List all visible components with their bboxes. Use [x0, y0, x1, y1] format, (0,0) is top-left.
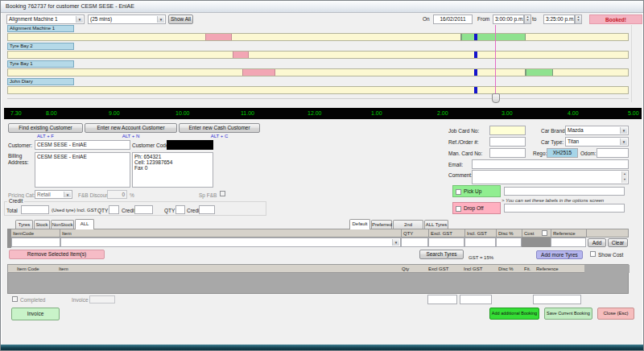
email-input[interactable]	[472, 159, 629, 169]
show-cost-checkbox[interactable]	[590, 251, 596, 257]
from-time-input[interactable]: 3:00:00 p.m.	[493, 14, 524, 24]
time-slider-thumb[interactable]	[492, 93, 500, 103]
booked-block[interactable]	[233, 52, 249, 58]
resource-label[interactable]: John Diary	[7, 78, 74, 85]
customer-code-box[interactable]	[167, 140, 213, 150]
dropdown-arrow-icon[interactable]: ▼	[157, 16, 164, 23]
options-note: > You can set these labels in the option…	[502, 198, 604, 203]
dropdown-arrow-icon[interactable]: ▼	[76, 16, 83, 23]
completed-checkbox[interactable]	[12, 296, 18, 302]
booked-block[interactable]	[242, 69, 275, 76]
total-excl-gst-field[interactable]	[427, 295, 457, 304]
scroll-down-icon[interactable]: ▼	[622, 177, 627, 183]
customer-name-input[interactable]: CESM SESE - EniAE	[35, 140, 130, 150]
remove-selected-items-button[interactable]: Remove Selected Item(s)	[9, 250, 105, 259]
entry-item-combo[interactable]: ▼	[60, 237, 401, 247]
tab-default[interactable]: Default	[349, 219, 370, 229]
invoice-button[interactable]: Invoice	[11, 308, 60, 320]
ruler-tick-label: 11.00	[241, 110, 254, 116]
pricing-cat-label: Pricing Cat:	[8, 192, 35, 198]
to-time-input[interactable]: 3:25:00 p.m.	[543, 14, 575, 24]
odom-input[interactable]	[597, 148, 629, 158]
schedule-track[interactable]	[7, 86, 629, 94]
total-input[interactable]	[21, 205, 49, 214]
pickup-input[interactable]	[504, 187, 625, 196]
schedule-track[interactable]	[7, 51, 629, 59]
dropdown-arrow-icon[interactable]: ▼	[392, 239, 399, 246]
add-button[interactable]: Add	[588, 238, 606, 247]
dropdown-arrow-icon[interactable]: ▼	[620, 138, 627, 145]
entry-reference-input[interactable]	[551, 237, 586, 247]
car-brand-select[interactable]: Mazda ▼	[565, 126, 629, 135]
ref-order-input[interactable]	[489, 137, 526, 147]
billing-address-textarea[interactable]: CESM SESE - EniAE	[35, 152, 130, 188]
schedule-track[interactable]	[7, 68, 629, 76]
dropoff-label: Drop Off	[464, 205, 483, 211]
close-button[interactable]: Close (Esc)	[597, 308, 634, 320]
pricing-cat-select[interactable]: Retail ▼	[35, 190, 72, 199]
show-all-button[interactable]: Show All	[168, 14, 193, 24]
enter-new-cash-customer-button[interactable]: Enter new Cash Customer	[179, 123, 260, 133]
credit-input[interactable]	[134, 205, 153, 214]
date-input[interactable]: 16/02/2011	[433, 14, 473, 24]
add-more-tyres-button[interactable]: Add more Tyres	[536, 250, 583, 259]
resource-label[interactable]: Alignment Machine 1	[7, 25, 74, 32]
booked-block[interactable]	[205, 34, 232, 40]
interval-select[interactable]: (25 mins) ▼	[88, 14, 166, 24]
scroll-up-icon[interactable]: ▲	[622, 171, 627, 177]
selected-booking-block[interactable]	[460, 34, 526, 40]
credit-group-label: Credit	[7, 198, 24, 204]
entry-disc-input[interactable]	[496, 237, 522, 247]
job-card-input[interactable]	[489, 126, 526, 135]
man-card-input[interactable]	[489, 148, 526, 158]
spinner-down-icon[interactable]: ▼	[577, 19, 580, 22]
resource-label[interactable]: Tyre Bay 1	[7, 60, 74, 68]
car-type-select[interactable]: Titan ▼	[565, 137, 629, 147]
pickup-option[interactable]: Pick Up	[452, 185, 501, 197]
pickup-checkbox[interactable]	[456, 189, 461, 195]
rego-input[interactable]: XH2515	[547, 148, 578, 158]
time-marker	[474, 87, 477, 93]
pricing-cat-value: Retail	[37, 192, 51, 197]
selected-booking-block[interactable]	[525, 69, 553, 76]
grid-header: Item Code Item Qty Excl GST Incl GST Dis…	[7, 264, 629, 273]
booked-status-badge: Booked!	[589, 14, 642, 24]
find-existing-customer-button[interactable]: Find existing Customer	[8, 123, 83, 133]
tab-all[interactable]: ALL	[75, 219, 94, 229]
dropoff-option[interactable]: Drop Off	[452, 202, 501, 214]
dropdown-arrow-icon[interactable]: ▼	[64, 192, 71, 197]
clear-button[interactable]: Clear	[608, 238, 628, 247]
add-additional-booking-button[interactable]: Add additional Booking	[489, 308, 539, 320]
customer-phone-box[interactable]: Ph: 654321 Cell: 123987654 Fax 0	[132, 152, 213, 188]
comment-textarea[interactable]: ▲ ▼	[472, 170, 629, 184]
qty2-input[interactable]	[175, 205, 185, 214]
entry-incl-gst-input[interactable]	[464, 237, 496, 247]
dropdown-arrow-icon[interactable]: ▼	[620, 127, 627, 134]
dropoff-checkbox[interactable]	[456, 206, 461, 212]
to-time-spinner[interactable]: ▲ ▼	[575, 14, 582, 24]
footer-reference-field[interactable]	[533, 295, 581, 304]
from-time-spinner[interactable]: ▲ ▼	[524, 14, 531, 24]
machine-select[interactable]: Alignment Machine 1 ▼	[6, 14, 85, 24]
grid-body[interactable]	[7, 273, 629, 294]
schedule-track[interactable]	[7, 33, 629, 41]
entry-itemcode-input[interactable]	[11, 237, 60, 247]
credit2-input[interactable]	[199, 205, 215, 214]
customer-label: Customer:	[8, 142, 32, 148]
sp-fb-checkbox[interactable]	[220, 191, 225, 196]
entry-qty-input[interactable]	[401, 237, 428, 247]
dropoff-input[interactable]	[504, 204, 625, 213]
resource-label[interactable]: Tyre Bay 2	[7, 43, 74, 50]
enter-new-account-customer-button[interactable]: Enter new Account Customer	[85, 123, 177, 133]
save-current-booking-button[interactable]: Save Current Booking	[544, 308, 592, 320]
cost-header-checkbox[interactable]	[542, 230, 547, 236]
odom-label: Odom:	[580, 151, 597, 156]
col-reference: Reference	[553, 231, 576, 236]
search-tyres-button[interactable]: Search Tyres	[419, 250, 464, 259]
spinner-down-icon[interactable]: ▼	[526, 19, 529, 22]
fb-discount-input[interactable]: 0	[107, 190, 127, 199]
total-incl-gst-field[interactable]	[460, 295, 492, 304]
entry-excl-gst-input[interactable]	[428, 237, 464, 247]
comment-scrollbar[interactable]: ▲ ▼	[621, 171, 627, 183]
qty-input[interactable]	[109, 205, 119, 214]
